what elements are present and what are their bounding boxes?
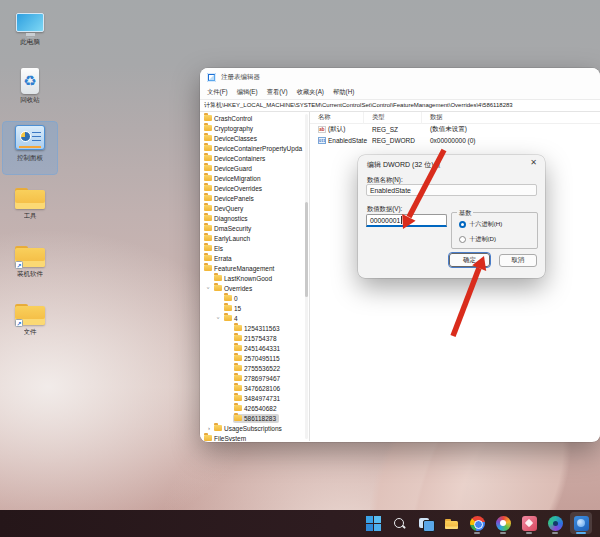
tree-item-586118283[interactable]: 586118283	[200, 413, 303, 423]
value-row-(默认)[interactable]: ab(默认)REG_SZ(数值未设置)	[310, 124, 600, 135]
tree-item-DeviceContainerPropertyUpda[interactable]: DeviceContainerPropertyUpda	[200, 143, 303, 153]
chevron-down-icon[interactable]: ›	[216, 314, 222, 322]
folder-icon	[234, 325, 242, 332]
tree-item-DeviceGuard[interactable]: DeviceGuard	[200, 163, 303, 173]
desktop-icon-folder-files-shortcut[interactable]: ↗文件	[3, 296, 57, 348]
dword-value-icon: 011	[318, 137, 326, 144]
taskbar-browser-wheel[interactable]	[492, 512, 514, 534]
tree-item-DeviceMigration[interactable]: DeviceMigration	[200, 173, 303, 183]
menu-view[interactable]: 查看(V)	[267, 88, 288, 97]
taskbar-start[interactable]	[362, 512, 384, 534]
chevron-down-icon[interactable]: ›	[200, 264, 202, 272]
tree-item-DmaSecurity[interactable]: DmaSecurity	[200, 223, 303, 233]
tree-item-Overrides[interactable]: ›Overrides	[200, 283, 303, 293]
value-data-text: 00000001	[370, 217, 400, 224]
folder-icon	[204, 195, 212, 202]
folder-icon	[214, 275, 222, 282]
column-header-type[interactable]: 类型	[364, 112, 422, 124]
value-list-header: 名称 类型 数据	[310, 112, 600, 124]
tree-item-UsageSubscriptions[interactable]: ›UsageSubscriptions	[200, 423, 303, 433]
folder-icon: ↗	[13, 296, 47, 328]
taskbar-icon-row	[362, 512, 600, 534]
tree-item-4[interactable]: ›4	[200, 313, 303, 323]
taskbar-app-pink[interactable]	[518, 512, 540, 534]
tree-item-CrashControl[interactable]: CrashControl	[200, 113, 303, 123]
text-caret	[401, 216, 402, 224]
value-data-input[interactable]: 00000001	[366, 214, 447, 227]
tree-item-Els[interactable]: Els	[200, 243, 303, 253]
taskbar-search[interactable]	[388, 512, 410, 534]
tree-item-0[interactable]: 0	[200, 293, 303, 303]
desktop-icon-folder-setup-shortcut[interactable]: ↗装机软件	[3, 238, 57, 290]
menu-file[interactable]: 文件(F)	[207, 88, 228, 97]
tree-item-15[interactable]: 15	[200, 303, 303, 313]
start-icon	[366, 516, 381, 531]
tree-item-DevicePanels[interactable]: DevicePanels	[200, 193, 303, 203]
desktop-icon-control-panel[interactable]: 控制面板	[3, 122, 57, 174]
folder-icon	[224, 295, 232, 302]
chevron-down-icon[interactable]: ›	[206, 284, 212, 292]
address-path: 计算机\HKEY_LOCAL_MACHINE\SYSTEM\CurrentCon…	[204, 101, 513, 110]
desktop-icon-recycle-bin[interactable]: ♻回收站	[3, 64, 57, 116]
tree-item-DeviceOverrides[interactable]: DeviceOverrides	[200, 183, 303, 193]
ok-button[interactable]: 确定	[449, 253, 490, 267]
running-indicator	[500, 532, 506, 534]
tree-item-DeviceContainers[interactable]: DeviceContainers	[200, 153, 303, 163]
tree-item-215754378[interactable]: 215754378	[200, 333, 303, 343]
menu-help[interactable]: 帮助(H)	[333, 88, 354, 97]
menu-edit[interactable]: 编辑(E)	[237, 88, 258, 97]
taskbar-browser-chrome[interactable]	[466, 512, 488, 534]
tree-item-426540682[interactable]: 426540682	[200, 403, 303, 413]
tree-item-2786979467[interactable]: 2786979467	[200, 373, 303, 383]
desktop-icon-this-pc[interactable]: 此电脑	[3, 6, 57, 58]
tree-item-DeviceClasses[interactable]: DeviceClasses	[200, 133, 303, 143]
accent-bar	[19, 146, 41, 148]
chevron-right-icon[interactable]: ›	[205, 425, 213, 431]
dialog-close-icon[interactable]: ✕	[530, 158, 537, 168]
taskbar-file-explorer[interactable]	[440, 512, 462, 534]
taskbar-app-blue-active[interactable]	[570, 512, 592, 534]
shortcut-arrow-icon: ↗	[15, 261, 23, 269]
taskbar-app-avatar[interactable]	[596, 512, 600, 534]
tree-scrollbar[interactable]	[305, 114, 308, 439]
column-header-name[interactable]: 名称	[310, 112, 364, 124]
window-title-bar[interactable]: 注册表编辑器	[200, 68, 600, 86]
tree-item-EarlyLaunch[interactable]: EarlyLaunch	[200, 233, 303, 243]
tree-item-content: 215754378	[233, 334, 280, 343]
tree-item-FileSystem[interactable]: FileSystem	[200, 433, 303, 441]
task-view-icon	[418, 516, 433, 531]
tree-item-2755536522[interactable]: 2755536522	[200, 363, 303, 373]
radio-decimal[interactable]: 十进制(D)	[459, 235, 496, 244]
tree-item-3476628106[interactable]: 3476628106	[200, 383, 303, 393]
tree-item-3484974731[interactable]: 3484974731	[200, 393, 303, 403]
tree-item-Diagnostics[interactable]: Diagnostics	[200, 213, 303, 223]
tree-scrollbar-thumb[interactable]	[305, 202, 308, 297]
tree-item-label: 15	[234, 305, 241, 312]
menu-favorites[interactable]: 收藏夹(A)	[297, 88, 324, 97]
tree-item-DevQuery[interactable]: DevQuery	[200, 203, 303, 213]
taskbar-task-view[interactable]	[414, 512, 436, 534]
value-data-cell: (数值未设置)	[422, 125, 600, 134]
tree-item-1254311563[interactable]: 1254311563	[200, 323, 303, 333]
tree-item-Cryptography[interactable]: Cryptography	[200, 123, 303, 133]
tree-item-Errata[interactable]: Errata	[200, 253, 303, 263]
tree-item-FeatureManagement[interactable]: ›FeatureManagement	[200, 263, 303, 273]
desktop-icon-folder-tools[interactable]: 工具	[3, 180, 57, 232]
tree-item-content: 4	[223, 314, 241, 323]
cancel-button[interactable]: 取消	[499, 254, 537, 267]
radio-hexadecimal[interactable]: 十六进制(H)	[459, 220, 502, 229]
taskbar-app-swirl[interactable]	[544, 512, 566, 534]
address-bar[interactable]: 计算机\HKEY_LOCAL_MACHINE\SYSTEM\CurrentCon…	[200, 99, 600, 112]
tree-item-label: Els	[214, 245, 223, 252]
tree-item-content: 2570495115	[233, 354, 283, 363]
recycle-symbol-icon: ♻	[23, 73, 36, 88]
tree-item-label: DevQuery	[214, 205, 243, 212]
value-row-EnabledState[interactable]: 011EnabledStateREG_DWORD0x00000000 (0)	[310, 135, 600, 146]
tree-item-label: Overrides	[224, 285, 252, 292]
radio-dec-label: 十进制(D)	[469, 235, 496, 244]
tree-item-2451464331[interactable]: 2451464331	[200, 343, 303, 353]
tree-item-LastKnownGood[interactable]: LastKnownGood	[200, 273, 303, 283]
value-name-field[interactable]: EnabledState	[366, 184, 537, 196]
column-header-data[interactable]: 数据	[422, 112, 600, 124]
tree-item-2570495115[interactable]: 2570495115	[200, 353, 303, 363]
